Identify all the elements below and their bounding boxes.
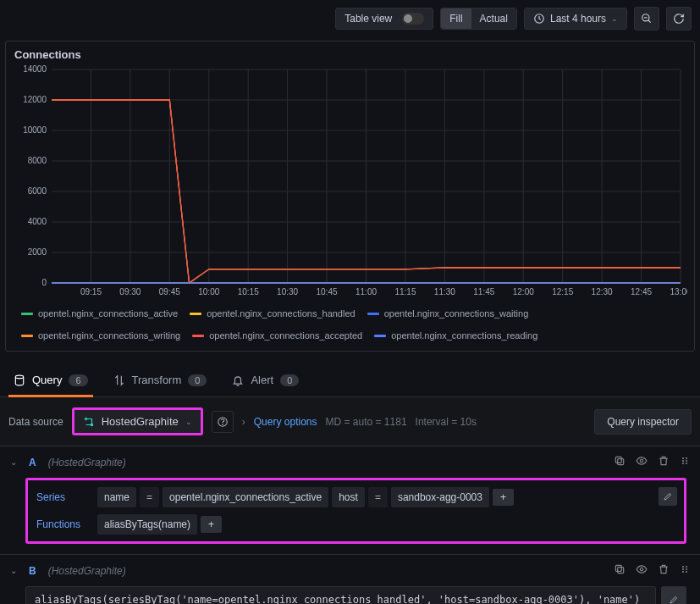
svg-point-59: [640, 459, 643, 463]
legend-swatch-icon: [374, 335, 386, 337]
zoom-out-icon: [641, 13, 653, 25]
svg-point-63: [686, 460, 687, 462]
svg-text:10:00: 10:00: [198, 287, 219, 296]
legend-item[interactable]: opentel.nginx_connections_accepted: [192, 330, 362, 341]
pencil-icon: [669, 595, 679, 604]
tag-key-name[interactable]: name: [97, 487, 136, 507]
query-a-source: (HostedGraphite): [48, 457, 126, 468]
svg-point-62: [682, 460, 684, 462]
svg-text:8000: 8000: [28, 156, 47, 165]
svg-text:11:00: 11:00: [356, 287, 377, 296]
legend-item[interactable]: opentel.nginx_connections_reading: [374, 330, 537, 341]
datasource-name: HostedGraphite: [102, 415, 179, 428]
trash-icon[interactable]: [658, 563, 670, 578]
series-line: Series name = opentel.nginx_connections_…: [36, 487, 675, 507]
legend-label: opentel.nginx_connections_reading: [391, 330, 537, 341]
tag-eq-1[interactable]: =: [140, 487, 159, 507]
query-a-actions: [614, 455, 690, 469]
datasource-help-button[interactable]: [212, 411, 234, 433]
query-b-code-row: aliasByTags(seriesByTag('name=opentel.ng…: [25, 586, 686, 604]
duplicate-icon[interactable]: [614, 563, 626, 578]
svg-point-69: [682, 566, 684, 568]
svg-text:11:45: 11:45: [473, 287, 494, 296]
tab-alert[interactable]: Alert 0: [227, 367, 304, 397]
legend-swatch-icon: [21, 335, 33, 337]
query-inspector-button[interactable]: Query inspector: [594, 409, 692, 435]
fill-button[interactable]: Fill: [441, 8, 471, 29]
svg-text:12:15: 12:15: [552, 287, 573, 296]
query-options-link[interactable]: Query options: [254, 416, 317, 428]
svg-point-64: [682, 463, 684, 464]
legend-item[interactable]: opentel.nginx_connections_writing: [21, 330, 180, 341]
line-chart: 0200040006000800010000120001400009:1509:…: [14, 64, 687, 302]
svg-rect-66: [618, 568, 624, 574]
legend-label: opentel.nginx_connections_active: [38, 308, 178, 319]
legend-swatch-icon: [367, 313, 379, 315]
series-label: Series: [36, 491, 94, 503]
query-b-text-input[interactable]: aliasByTags(seriesByTag('name=opentel.ng…: [25, 586, 656, 604]
tab-query-count: 6: [69, 374, 87, 386]
datasource-picker[interactable]: HostedGraphite ⌄: [72, 407, 203, 435]
trash-icon[interactable]: [658, 455, 670, 469]
query-a-body: Series name = opentel.nginx_connections_…: [25, 478, 686, 544]
table-view-toggle[interactable]: Table view: [335, 8, 433, 30]
tab-transform-count: 0: [188, 374, 207, 386]
svg-point-72: [686, 568, 687, 570]
database-icon: [14, 374, 25, 386]
tab-alert-label: Alert: [251, 374, 273, 386]
tag-key-host[interactable]: host: [332, 487, 365, 507]
tag-eq-2[interactable]: =: [368, 487, 388, 507]
query-row-a-header[interactable]: ⌄ A (HostedGraphite): [0, 446, 700, 478]
eye-icon[interactable]: [636, 563, 648, 578]
pencil-icon: [663, 491, 673, 501]
legend-swatch-icon: [190, 313, 201, 315]
tag-value-name[interactable]: opentel.nginx_connections_active: [163, 487, 328, 507]
legend-item[interactable]: opentel.nginx_connections_active: [21, 308, 178, 319]
toggle-builder-mode-button[interactable]: [661, 586, 686, 604]
svg-text:4000: 4000: [28, 217, 47, 226]
tab-query-label: Query: [32, 374, 62, 386]
interval-text: Interval = 10s: [416, 416, 477, 428]
drag-handle-icon[interactable]: [680, 563, 690, 578]
tab-query[interactable]: Query 6: [8, 367, 93, 397]
eye-icon[interactable]: [636, 455, 648, 469]
zoom-out-button[interactable]: [634, 7, 659, 30]
refresh-button[interactable]: [666, 7, 692, 30]
svg-point-52: [15, 375, 23, 379]
legend-item[interactable]: opentel.nginx_connections_waiting: [367, 308, 529, 319]
svg-text:10000: 10000: [23, 125, 47, 135]
legend-item[interactable]: opentel.nginx_connections_handled: [190, 308, 356, 319]
svg-point-53: [85, 418, 86, 419]
svg-text:12:30: 12:30: [592, 287, 613, 296]
svg-text:10:45: 10:45: [317, 287, 338, 296]
duplicate-icon[interactable]: [614, 455, 626, 469]
svg-text:10:30: 10:30: [277, 287, 298, 296]
svg-point-70: [686, 566, 687, 568]
drag-handle-icon[interactable]: [680, 455, 690, 469]
tag-value-host[interactable]: sandbox-agg-0003: [391, 487, 489, 507]
actual-button[interactable]: Actual: [471, 8, 516, 29]
chevron-down-icon: ⌄: [611, 14, 618, 23]
clock-icon: [533, 13, 545, 25]
svg-text:10:15: 10:15: [238, 287, 259, 296]
refresh-icon: [673, 13, 685, 25]
legend-label: opentel.nginx_connections_accepted: [209, 330, 362, 341]
query-b-id: B: [29, 565, 36, 577]
time-range-label: Last 4 hours: [550, 13, 606, 25]
svg-point-74: [686, 571, 687, 573]
svg-point-65: [686, 463, 687, 464]
add-tag-button[interactable]: +: [493, 489, 514, 506]
svg-text:6000: 6000: [28, 186, 47, 196]
tab-transform[interactable]: Transform 0: [108, 367, 212, 397]
function-segment[interactable]: aliasByTags(name): [97, 514, 197, 535]
svg-text:0: 0: [41, 278, 47, 287]
add-function-button[interactable]: +: [201, 516, 222, 533]
legend-label: opentel.nginx_connections_waiting: [384, 308, 529, 319]
query-row-b-header[interactable]: ⌄ B (HostedGraphite): [0, 555, 700, 586]
help-icon: [217, 416, 229, 428]
md-text: MD = auto = 1181: [325, 416, 406, 428]
toggle-text-mode-button[interactable]: [659, 487, 677, 506]
chart-area[interactable]: 0200040006000800010000120001400009:1509:…: [6, 64, 694, 305]
tab-alert-count: 0: [280, 374, 299, 386]
time-range-picker[interactable]: Last 4 hours ⌄: [524, 8, 627, 30]
